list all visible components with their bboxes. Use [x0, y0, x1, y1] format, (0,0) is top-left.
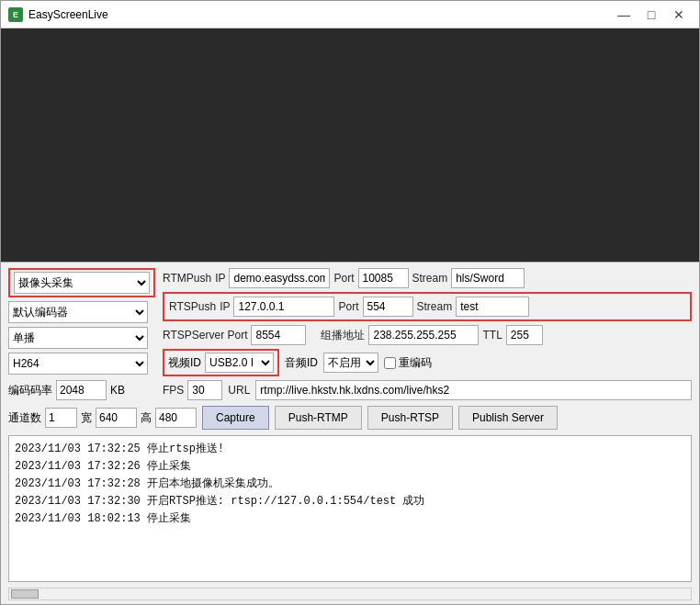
rtsp-server-label: RTSPServer Port [163, 329, 247, 342]
reencode-label: 重编码 [399, 355, 432, 371]
push-rtsp-button[interactable]: Push-RTSP [367, 406, 453, 430]
scroll-thumb-horizontal[interactable] [11, 589, 39, 599]
codec-select[interactable]: H264 [8, 353, 148, 375]
rtmp-port-input[interactable] [358, 268, 409, 288]
rtsp-port-label: Port [338, 300, 358, 313]
rtsp-server-row: RTSPServer Port 组播地址 TTL [163, 325, 692, 345]
camera-section: 摄像头采集 [8, 268, 155, 297]
url-input[interactable] [255, 380, 692, 400]
right-panel: RTMPush IP Port Stream RTSPush IP Port S… [163, 268, 692, 400]
reencode-checkbox[interactable] [384, 357, 396, 369]
close-button[interactable]: ✕ [666, 5, 692, 25]
maximize-button[interactable]: □ [638, 5, 664, 25]
video-id-select[interactable]: USB2.0 I [205, 353, 274, 373]
camera-select[interactable]: 摄像头采集 [14, 272, 150, 294]
rtmp-label: RTMPush [163, 272, 211, 285]
bitrate-unit: KB [110, 384, 125, 397]
channel-label: 通道数 [8, 410, 41, 426]
encoder-select[interactable]: 默认编码器 [8, 301, 148, 323]
video-id-label: 视频ID [168, 355, 201, 371]
mode-select[interactable]: 单播 [8, 327, 148, 349]
video-section: 视频ID USB2.0 I [163, 349, 279, 376]
reencode-checkbox-label[interactable]: 重编码 [384, 355, 432, 371]
log-area: 2023/11/03 17:32:25 停止rtsp推送!2023/11/03 … [8, 435, 692, 582]
window-title: EasyScreenLive [28, 8, 611, 21]
audio-id-label: 音频ID [285, 355, 318, 371]
bottom-controls: 通道数 宽 高 Capture Push-RTMP Push-RTSP Publ… [8, 406, 692, 430]
width-label: 宽 [81, 410, 92, 426]
rtsp-section: RTSPush IP Port Stream [163, 292, 692, 321]
rtsp-ip-input[interactable] [233, 297, 334, 317]
publish-server-button[interactable]: Publish Server [458, 406, 558, 430]
bitrate-row: 编码码率 KB [8, 380, 155, 400]
controls-area: 摄像头采集 默认编码器 单播 H264 编码码率 KB [1, 263, 699, 435]
rtsp-label: RTSPush [169, 300, 216, 313]
minimize-button[interactable]: — [611, 5, 637, 25]
rtmp-ip-label: IP [215, 272, 225, 285]
rtmp-ip-input[interactable] [229, 268, 330, 288]
fps-input[interactable] [187, 380, 222, 400]
log-entry: 2023/11/03 17:32:28 开启本地摄像机采集成功。 [15, 475, 685, 492]
log-entry: 2023/11/03 17:32:25 停止rtsp推送! [15, 440, 685, 457]
url-row: FPS URL [163, 380, 692, 400]
multicast-input[interactable] [368, 325, 479, 345]
fps-row: FPS [163, 380, 222, 400]
capture-button[interactable]: Capture [202, 406, 269, 430]
ttl-label: TTL [482, 329, 502, 342]
rtmp-stream-input[interactable] [451, 268, 525, 288]
log-entry: 2023/11/03 17:32:26 停止采集 [15, 457, 685, 475]
rtsp-server-port-input[interactable] [251, 325, 306, 345]
bitrate-label: 编码码率 [8, 383, 52, 398]
height-input[interactable] [155, 408, 197, 428]
log-entry: 2023/11/03 18:02:13 停止采集 [15, 510, 685, 527]
url-label: URL [228, 384, 250, 397]
titlebar: E EasyScreenLive — □ ✕ [1, 1, 699, 28]
push-rtmp-button[interactable]: Push-RTMP [275, 406, 362, 430]
horizontal-scrollbar[interactable] [8, 588, 692, 600]
rtsp-port-input[interactable] [363, 297, 413, 317]
left-panel: 摄像头采集 默认编码器 单播 H264 编码码率 KB [8, 268, 155, 400]
rtsp-stream-label: Stream [417, 300, 453, 313]
app-icon: E [8, 7, 23, 22]
rtmp-stream-label: Stream [412, 272, 448, 285]
height-label: 高 [141, 410, 152, 426]
rtmp-port-label: Port [333, 272, 354, 285]
fps-label: FPS [163, 384, 184, 397]
preview-area [1, 28, 699, 263]
app-icon-letter: E [13, 10, 18, 19]
main-window: E EasyScreenLive — □ ✕ 摄像头采集 默认编码器 [0, 0, 700, 605]
audio-id-select[interactable]: 不启用 [323, 353, 378, 373]
width-input[interactable] [96, 408, 137, 428]
window-controls: — □ ✕ [611, 5, 692, 25]
video-row: 视频ID USB2.0 I 音频ID 不启用 重编码 [163, 349, 692, 376]
rtmp-row: RTMPush IP Port Stream [163, 268, 692, 288]
bitrate-input[interactable] [56, 380, 107, 400]
multicast-label: 组播地址 [321, 328, 365, 343]
channel-input[interactable] [45, 408, 77, 428]
rtsp-ip-label: IP [220, 300, 230, 313]
channel-row: 通道数 宽 高 [8, 408, 197, 428]
main-controls: 摄像头采集 默认编码器 单播 H264 编码码率 KB [8, 268, 692, 400]
ttl-input[interactable] [506, 325, 543, 345]
log-entry: 2023/11/03 17:32:30 开启RTSP推送: rtsp://127… [15, 492, 685, 510]
rtsp-stream-input[interactable] [456, 297, 529, 317]
